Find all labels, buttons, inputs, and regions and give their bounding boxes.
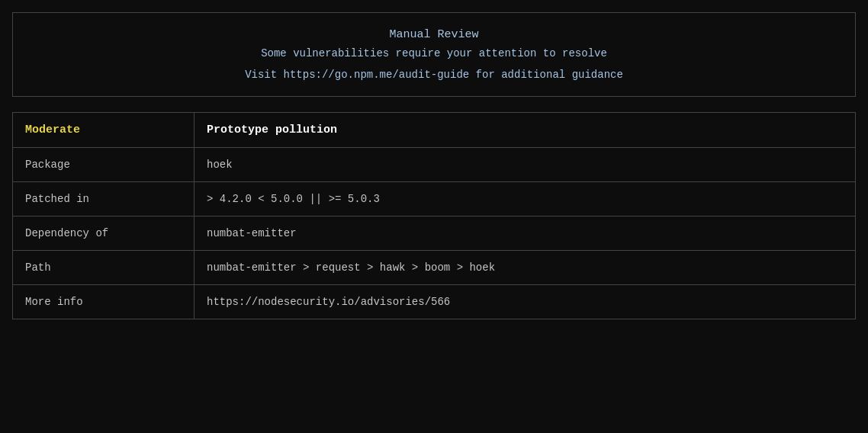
row-label-dependency-of: Dependency of — [13, 216, 194, 251]
row-value-dependency-of: numbat-emitter — [194, 216, 856, 251]
table-row: More info https://nodesecurity.io/adviso… — [13, 285, 856, 319]
row-value-more-info[interactable]: https://nodesecurity.io/advisories/566 — [194, 285, 856, 319]
row-value-path: numbat-emitter > request > hawk > boom >… — [194, 251, 856, 285]
table-row: Dependency of numbat-emitter — [13, 216, 856, 251]
vulnerability-table: Moderate Prototype pollution Package hoe… — [12, 112, 856, 319]
table-row: Package hoek — [13, 148, 856, 182]
severity-row: Moderate Prototype pollution — [13, 113, 856, 148]
more-info-link[interactable]: https://nodesecurity.io/advisories/566 — [207, 296, 450, 308]
manual-review-subtitle: Some vulnerabilities require your attent… — [28, 47, 840, 59]
row-value-package: hoek — [194, 148, 856, 182]
manual-review-banner: Manual Review Some vulnerabilities requi… — [12, 12, 856, 97]
row-label-patched-in: Patched in — [13, 182, 194, 216]
manual-review-title: Manual Review — [28, 28, 840, 41]
row-label-more-info: More info — [13, 285, 194, 319]
table-row: Path numbat-emitter > request > hawk > b… — [13, 251, 856, 285]
table-row: Patched in > 4.2.0 < 5.0.0 || >= 5.0.3 — [13, 182, 856, 216]
row-label-path: Path — [13, 251, 194, 285]
row-label-package: Package — [13, 148, 194, 182]
manual-review-link: Visit https://go.npm.me/audit-guide for … — [28, 69, 840, 81]
row-value-patched-in: > 4.2.0 < 5.0.0 || >= 5.0.3 — [194, 182, 856, 216]
vuln-title: Prototype pollution — [194, 113, 856, 148]
severity-label: Moderate — [13, 113, 194, 148]
